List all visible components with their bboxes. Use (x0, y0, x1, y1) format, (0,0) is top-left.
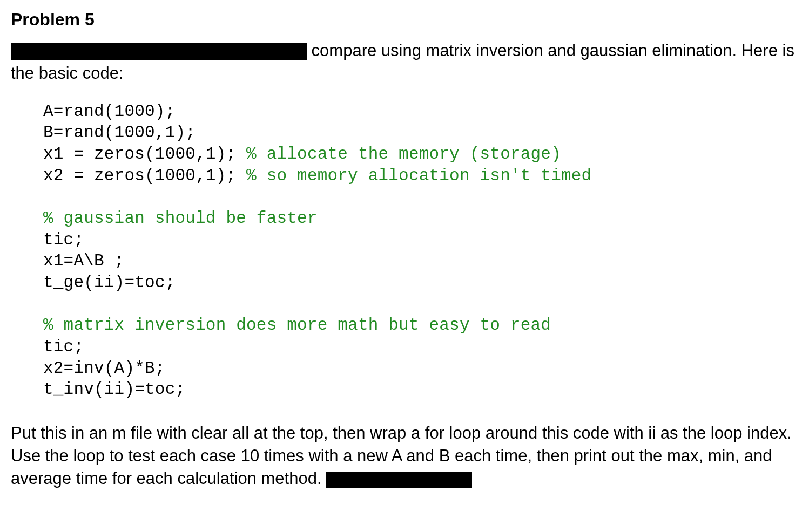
instructions-paragraph: Put this in an m file with clear all at … (11, 422, 798, 490)
code-comment: % gaussian should be faster (43, 209, 318, 228)
code-line: x2 = zeros(1000,1); (43, 166, 246, 185)
code-line: x1=A\B ; (43, 251, 124, 270)
redaction-bar-1 (11, 43, 307, 60)
intro-paragraph: compare using matrix inversion and gauss… (11, 39, 798, 85)
code-comment: % allocate the memory (storage) (246, 145, 561, 163)
problem-title: Problem 5 (11, 10, 798, 30)
code-line: t_ge(ii)=toc; (43, 273, 175, 292)
code-line: t_inv(ii)=toc; (43, 380, 185, 399)
code-line: x2=inv(A)*B; (43, 359, 165, 378)
code-line: x1 = zeros(1000,1); (43, 145, 246, 163)
code-line: tic; (43, 230, 84, 249)
code-line: B=rand(1000,1); (43, 123, 195, 142)
redaction-bar-2 (326, 472, 472, 488)
code-line: A=rand(1000); (43, 102, 175, 121)
code-comment: % matrix inversion does more math but ea… (43, 316, 551, 335)
code-line: tic; (43, 337, 84, 356)
code-block: A=rand(1000); B=rand(1000,1); x1 = zeros… (43, 101, 798, 400)
code-comment: % so memory allocation isn't timed (246, 166, 591, 185)
